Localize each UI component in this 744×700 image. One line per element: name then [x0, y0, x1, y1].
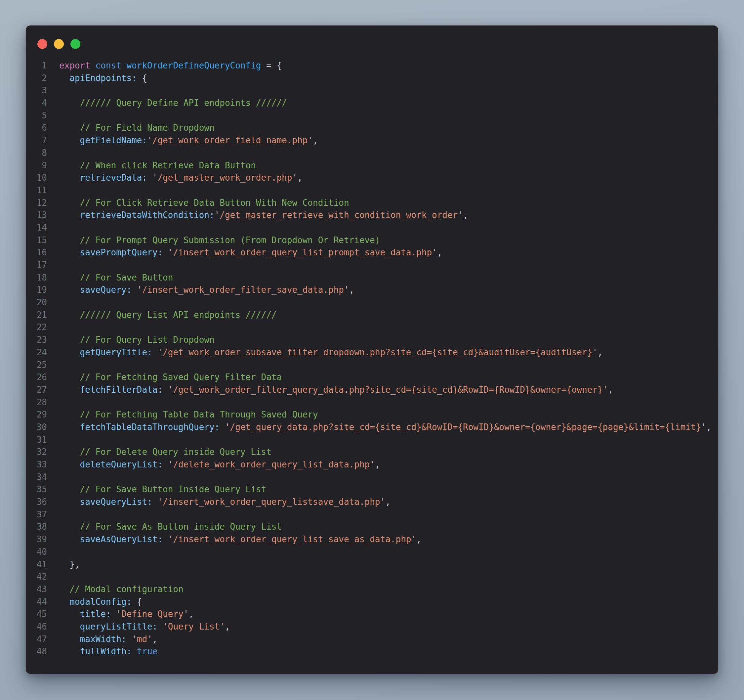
code-text: // For Prompt Query Submission (From Dro…	[59, 234, 380, 247]
token-punctuation: ,	[463, 210, 468, 220]
line-number: 18	[26, 272, 47, 284]
token-string: /get_query_data.php?site_cd={site_cd}&Ro…	[230, 422, 701, 432]
token-quote: '	[158, 622, 168, 631]
code-line: 41 },	[26, 559, 718, 571]
token-quote: '	[152, 497, 163, 507]
code-line: 48 fullWidth: true	[26, 645, 718, 658]
token-punctuation: ,	[189, 609, 194, 619]
line-number: 19	[26, 284, 47, 296]
token-comment: // For Save Button Inside Query List	[59, 484, 266, 494]
token-comment: // For Fetching Table Data Through Saved…	[59, 410, 318, 420]
token-quote: '	[183, 609, 189, 619]
line-number: 1	[26, 60, 47, 72]
token-punctuation: {	[137, 73, 147, 83]
line-number: 21	[26, 309, 47, 322]
token-punctuation: ,	[297, 173, 302, 183]
token-comment: // For Save As Button inside Query List	[59, 522, 282, 532]
code-text: retrieveData: '/get_master_work_order.ph…	[59, 172, 302, 184]
code-line: 24 getQueryTitle: '/get_work_order_subsa…	[26, 346, 718, 359]
code-line: 46 queryListTitle: 'Query List',	[26, 621, 718, 633]
line-number: 31	[26, 434, 47, 446]
code-text: // For Query List Dropdown	[59, 334, 214, 346]
code-text: // For Save As Button inside Query List	[59, 521, 282, 533]
line-number: 13	[26, 209, 47, 222]
token-property: deleteQueryList:	[59, 460, 163, 469]
code-line: 9 // When click Retrieve Data Button	[26, 159, 718, 172]
token-punctuation: ,	[349, 285, 354, 295]
code-line: 47 maxWidth: 'md',	[26, 633, 718, 646]
code-line: 29 // For Fetching Table Data Through Sa…	[26, 408, 718, 421]
line-number: 4	[26, 97, 47, 110]
token-quote: '	[147, 135, 152, 145]
code-text: // For Fetching Table Data Through Saved…	[59, 408, 318, 421]
token-quote: '	[147, 173, 158, 183]
code-line: 10 retrieveData: '/get_master_work_order…	[26, 172, 718, 184]
token-quote: '	[380, 497, 385, 507]
code-line: 37	[26, 508, 718, 521]
line-number: 48	[26, 645, 47, 658]
token-quote: '	[308, 135, 313, 145]
code-line: 44 modalConfig: {	[26, 596, 718, 608]
code-text: // For Field Name Dropdown	[59, 122, 214, 134]
token-quote: '	[592, 347, 598, 357]
code-text: ////// Query Define API endpoints //////	[59, 97, 287, 110]
code-text: // For Fetching Saved Query Filter Data	[59, 371, 282, 384]
code-text: deleteQueryList: '/delete_work_order_que…	[59, 459, 380, 471]
code-line: 26 // For Fetching Saved Query Filter Da…	[26, 371, 718, 384]
line-number: 45	[26, 608, 47, 621]
code-line: 31	[26, 434, 718, 446]
code-line: 23 // For Query List Dropdown	[26, 334, 718, 346]
token-string: Define Query	[121, 609, 183, 619]
line-number: 11	[26, 184, 47, 197]
code-text: export const workOrderDefineQueryConfig …	[59, 60, 282, 72]
token-quote: '	[220, 422, 230, 432]
code-line: 5	[26, 110, 718, 122]
code-line: 25	[26, 359, 718, 371]
code-text: getFieldName:'/get_work_order_field_name…	[59, 134, 318, 147]
token-property: fullWidth:	[59, 646, 132, 656]
line-number: 27	[26, 384, 47, 396]
token-string: /get_work_order_field_name.php	[152, 135, 308, 145]
code-text: retrieveDataWithCondition:'/get_master_r…	[59, 209, 468, 222]
token-comment: // When click Retrieve Data Button	[59, 161, 256, 170]
token-punctuation: },	[59, 559, 80, 569]
token-keyword: export	[59, 61, 95, 70]
code-line: 14	[26, 222, 718, 234]
token-quote: '	[458, 210, 463, 220]
token-comment: // For Click Retrieve Data Button With N…	[59, 198, 349, 208]
token-comment: // For Delete Query inside Query List	[59, 447, 271, 457]
token-string: /insert_work_order_filter_save_data.php	[142, 285, 344, 295]
code-line: 38 // For Save As Button inside Query Li…	[26, 521, 718, 533]
code-text: // For Save Button	[59, 272, 173, 284]
zoom-button[interactable]	[70, 39, 80, 49]
line-number: 9	[26, 159, 47, 172]
token-string: Query List	[168, 622, 220, 631]
line-number: 17	[26, 259, 47, 272]
line-number: 10	[26, 172, 47, 184]
token-punctuation: ,	[385, 497, 390, 507]
token-keyword2: const	[95, 61, 126, 70]
code-text: saveQuery: '/insert_work_order_filter_sa…	[59, 284, 354, 296]
line-number: 35	[26, 483, 47, 496]
code-line: 16 savePromptQuery: '/insert_work_order_…	[26, 246, 718, 259]
line-number: 22	[26, 321, 47, 334]
line-number: 5	[26, 110, 47, 122]
line-number: 43	[26, 583, 47, 596]
token-quote: '	[411, 534, 416, 544]
token-variable: workOrderDefineQueryConfig	[126, 61, 261, 70]
token-property: title:	[59, 609, 111, 619]
line-number: 6	[26, 122, 47, 134]
token-punctuation: = {	[261, 61, 282, 70]
line-number: 47	[26, 633, 47, 646]
code-text: // For Save Button Inside Query List	[59, 483, 266, 496]
line-number: 20	[26, 296, 47, 309]
code-line: 35 // For Save Button Inside Query List	[26, 483, 718, 496]
code-text: },	[59, 559, 80, 571]
code-area[interactable]: 1export const workOrderDefineQueryConfig…	[26, 60, 718, 658]
line-number: 33	[26, 459, 47, 471]
window-titlebar[interactable]	[37, 39, 80, 49]
minimize-button[interactable]	[54, 39, 64, 49]
token-property: apiEndpoints:	[59, 73, 137, 83]
close-button[interactable]	[37, 39, 47, 49]
line-number: 2	[26, 72, 47, 85]
